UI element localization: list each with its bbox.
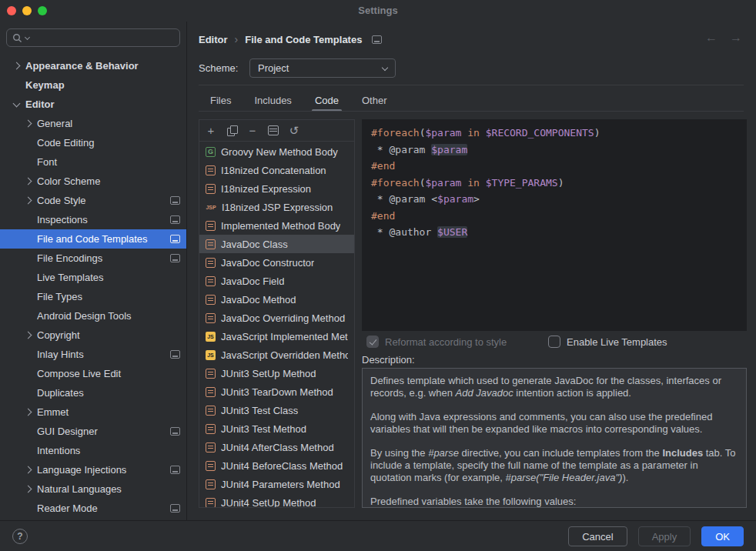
sidebar-item-reader-mode[interactable]: Reader Mode bbox=[0, 499, 186, 518]
tab-code[interactable]: Code bbox=[303, 91, 350, 111]
remove-template-icon[interactable]: − bbox=[247, 125, 258, 136]
description-paragraph: Predefined variables take the following … bbox=[370, 496, 738, 508]
template-item-i18nized-concatenation[interactable]: I18nized Concatenation bbox=[199, 161, 354, 179]
chevron-right-icon[interactable] bbox=[25, 332, 32, 339]
jsp-icon: JSP bbox=[206, 202, 216, 212]
reset-template-icon[interactable]: ↺ bbox=[289, 125, 299, 136]
sidebar-item-appearance-behavior[interactable]: Appearance & Behavior bbox=[0, 56, 186, 75]
sidebar-item-emmet[interactable]: Emmet bbox=[0, 402, 186, 422]
sidebar-item-font[interactable]: Font bbox=[0, 152, 186, 172]
editor-settings-icon bbox=[170, 427, 180, 436]
chevron-right-icon[interactable] bbox=[25, 197, 32, 205]
template-list-panel: +−↺ GGroovy New Method BodyI18nized Conc… bbox=[199, 119, 355, 508]
chevron-down-icon[interactable] bbox=[13, 99, 21, 107]
copy-template-icon[interactable] bbox=[226, 125, 237, 136]
template-editor[interactable]: #foreach($param in $RECORD_COMPONENTS) *… bbox=[362, 119, 747, 331]
add-template-icon[interactable]: + bbox=[206, 125, 216, 136]
sidebar-item-label: Natural Languages bbox=[37, 483, 180, 495]
chevron-right-icon[interactable] bbox=[25, 486, 32, 493]
template-item-label: JavaDoc Overriding Method bbox=[221, 312, 345, 324]
template-item-junit3-test-class[interactable]: JUnit3 Test Class bbox=[199, 401, 354, 419]
sidebar-item-general[interactable]: General bbox=[0, 114, 186, 133]
sidebar-item-language-injections[interactable]: Language Injections bbox=[0, 460, 186, 479]
template-item-implemented-method-body[interactable]: Implemented Method Body bbox=[199, 216, 354, 235]
sidebar-item-gui-designer[interactable]: GUI Designer bbox=[0, 422, 186, 441]
chevron-down-icon bbox=[382, 64, 388, 70]
chevron-right-icon[interactable] bbox=[25, 178, 32, 185]
template-item-javascript-implemented-met[interactable]: JSJavaScript Implemented Met bbox=[199, 327, 354, 346]
search-input[interactable] bbox=[32, 32, 174, 44]
sidebar-item-copyright[interactable]: Copyright bbox=[0, 326, 186, 345]
template-item-junit4-setup-method[interactable]: JUnit4 SetUp Method bbox=[199, 493, 354, 507]
template-item-label: JUnit4 Parameters Method bbox=[221, 479, 340, 490]
sidebar-item-compose-live-edit[interactable]: Compose Live Edit bbox=[0, 364, 186, 383]
sidebar-item-label: File and Code Templates bbox=[37, 233, 170, 245]
template-item-i18nized-expression[interactable]: I18nized Expression bbox=[199, 179, 354, 198]
sidebar-item-label: GUI Designer bbox=[37, 426, 170, 437]
ok-button[interactable]: OK bbox=[701, 526, 744, 546]
settings-search-field[interactable] bbox=[6, 28, 180, 47]
editor-settings-icon bbox=[372, 35, 382, 44]
template-item-junit3-test-method[interactable]: JUnit3 Test Method bbox=[199, 419, 354, 438]
template-item-junit4-afterclass-method[interactable]: JUnit4 AfterClass Method bbox=[199, 438, 354, 456]
tab-includes[interactable]: Includes bbox=[243, 91, 303, 111]
template-item-javadoc-class[interactable]: JavaDoc Class bbox=[199, 235, 354, 253]
cancel-button[interactable]: Cancel bbox=[568, 526, 627, 546]
apply-button[interactable]: Apply bbox=[638, 526, 691, 546]
sidebar-item-natural-languages[interactable]: Natural Languages bbox=[0, 479, 186, 499]
forward-arrow-icon[interactable]: → bbox=[730, 31, 742, 45]
live-templates-option[interactable]: Enable Live Templates bbox=[548, 336, 667, 348]
sidebar-item-code-editing[interactable]: Code Editing bbox=[0, 133, 186, 152]
sidebar-item-file-and-code-templates[interactable]: File and Code Templates bbox=[0, 229, 186, 249]
sidebar-item-live-templates[interactable]: Live Templates bbox=[0, 268, 186, 287]
settings-tree: Appearance & BehaviorKeymapEditorGeneral… bbox=[0, 56, 186, 518]
duplicate-template-icon[interactable] bbox=[268, 125, 279, 135]
template-item-javascript-overridden-metho[interactable]: JSJavaScript Overridden Metho bbox=[199, 346, 354, 364]
template-icon bbox=[206, 258, 216, 268]
sidebar-item-label: Language Injections bbox=[37, 464, 170, 476]
sidebar-item-label: General bbox=[37, 118, 180, 129]
sidebar-item-android-design-tools[interactable]: Android Design Tools bbox=[0, 306, 186, 326]
sidebar-item-duplicates[interactable]: Duplicates bbox=[0, 383, 186, 402]
window-title: Settings bbox=[0, 0, 756, 22]
tab-other[interactable]: Other bbox=[350, 91, 399, 111]
reformat-option[interactable]: Reformat according to style bbox=[366, 336, 507, 348]
template-item-junit4-beforeclass-method[interactable]: JUnit4 BeforeClass Method bbox=[199, 456, 354, 475]
sidebar-item-file-encodings[interactable]: File Encodings bbox=[0, 249, 186, 268]
sidebar-item-color-scheme[interactable]: Color Scheme bbox=[0, 172, 186, 191]
sidebar-item-keymap[interactable]: Keymap bbox=[0, 75, 186, 95]
sidebar-item-intentions[interactable]: Intentions bbox=[0, 441, 186, 460]
template-item-junit4-parameters-method[interactable]: JUnit4 Parameters Method bbox=[199, 475, 354, 493]
search-history-chevron-icon[interactable] bbox=[25, 34, 30, 39]
template-item-junit3-teardown-method[interactable]: JUnit3 TearDown Method bbox=[199, 382, 354, 401]
template-item-label: I18nized JSP Expression bbox=[222, 202, 333, 213]
sidebar-item-file-types[interactable]: File Types bbox=[0, 287, 186, 306]
groovy-icon: G bbox=[206, 147, 216, 157]
live-templates-checkbox[interactable] bbox=[548, 336, 560, 348]
template-item-i18nized-jsp-expression[interactable]: JSPI18nized JSP Expression bbox=[199, 198, 354, 216]
main-content: Editor › File and Code Templates ← → Sch… bbox=[187, 22, 756, 520]
sidebar-item-editor[interactable]: Editor bbox=[0, 95, 186, 114]
template-item-javadoc-overriding-method[interactable]: JavaDoc Overriding Method bbox=[199, 309, 354, 327]
chevron-right-icon[interactable] bbox=[25, 409, 32, 416]
scheme-dropdown[interactable]: Project bbox=[249, 58, 396, 78]
back-arrow-icon[interactable]: ← bbox=[705, 31, 718, 45]
template-item-groovy-new-method-body[interactable]: GGroovy New Method Body bbox=[199, 142, 354, 161]
chevron-right-icon[interactable] bbox=[25, 466, 32, 474]
breadcrumb-item-editor[interactable]: Editor bbox=[199, 34, 228, 45]
tab-files[interactable]: Files bbox=[199, 91, 243, 111]
sidebar-item-inlay-hints[interactable]: Inlay Hints bbox=[0, 345, 186, 364]
sidebar-item-inspections[interactable]: Inspections bbox=[0, 210, 186, 229]
help-button[interactable]: ? bbox=[12, 529, 28, 544]
settings-sidebar: Appearance & BehaviorKeymapEditorGeneral… bbox=[0, 22, 187, 520]
sidebar-item-label: Reader Mode bbox=[37, 503, 170, 514]
template-item-junit3-setup-method[interactable]: JUnit3 SetUp Method bbox=[199, 364, 354, 382]
template-icon bbox=[206, 165, 216, 175]
template-item-javadoc-field[interactable]: JavaDoc Field bbox=[199, 272, 354, 290]
editor-settings-icon bbox=[170, 215, 180, 224]
template-item-javadoc-constructor[interactable]: JavaDoc Constructor bbox=[199, 253, 354, 272]
chevron-right-icon[interactable] bbox=[25, 120, 32, 128]
sidebar-item-code-style[interactable]: Code Style bbox=[0, 191, 186, 210]
chevron-right-icon[interactable] bbox=[13, 62, 21, 70]
template-item-javadoc-method[interactable]: JavaDoc Method bbox=[199, 290, 354, 309]
